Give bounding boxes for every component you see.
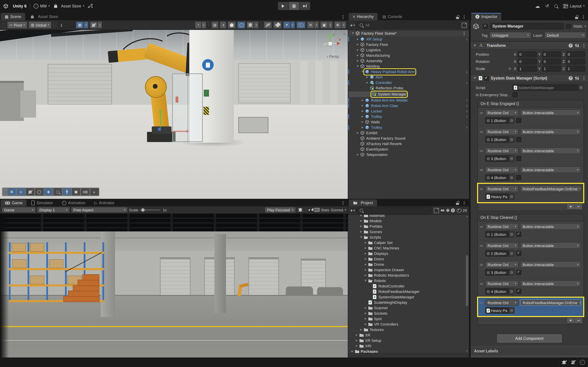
hierarchy-item[interactable]: ▶Walls <box>348 119 469 125</box>
foldout-icon[interactable]: ▶ <box>363 307 368 309</box>
more-icon[interactable]: ⋮ <box>582 43 586 48</box>
component-enabled-checkbox[interactable] <box>484 76 489 81</box>
foldout-icon[interactable]: ▶ <box>359 215 363 217</box>
event-function-dropdown[interactable]: Button.interactable▾ <box>520 261 581 268</box>
event-target-field[interactable]: ◎3 (Button⊙ <box>485 269 515 275</box>
shading-shadedwire-button[interactable]: ◑ <box>220 21 226 29</box>
tab-scene[interactable]: ▦ Scene <box>1 13 25 20</box>
foldout-icon[interactable]: ▶ <box>363 258 368 260</box>
popout-icon[interactable] <box>434 208 439 213</box>
foldout-icon[interactable]: ▶ <box>355 334 359 336</box>
pivot-mode-button[interactable]: ▱ Pivot ▾ <box>7 21 27 29</box>
cloud-icon[interactable]: ☁ <box>535 3 540 9</box>
event-target-field[interactable]: ◎3 (Button⊙ <box>485 155 515 162</box>
hierarchy-item[interactable]: ▶Arm <box>348 75 469 80</box>
add-asset-button[interactable]: +▾ <box>350 208 355 213</box>
lock-icon[interactable] <box>575 15 579 19</box>
hierarchy-item[interactable]: ▶Robot Arm Arc Welder› <box>348 97 469 103</box>
event-mode-dropdown[interactable]: Runtime Onl▾ <box>485 223 519 230</box>
more-icon[interactable]: ⋮ <box>341 201 345 205</box>
foldout-icon[interactable]: ▶ <box>355 339 359 342</box>
help-icon[interactable]: ? <box>569 76 573 80</box>
grid-toggle-button[interactable]: ▦ <box>26 188 34 195</box>
transform-header[interactable]: ▶ Transform ? ⋮ <box>471 42 588 50</box>
invalid-assets-icon[interactable]: ! <box>451 208 455 212</box>
lock-icon[interactable] <box>456 15 459 19</box>
event-mode-dropdown[interactable]: Runtime Onl▾ <box>485 299 519 306</box>
help-icon[interactable]: ? <box>569 43 573 48</box>
event-target-field[interactable]: #Heavy Pa⊙ <box>485 193 515 200</box>
view-camera-button[interactable]: ◔ <box>195 21 201 29</box>
more-icon[interactable]: ⋮ <box>462 15 466 19</box>
hidden-count[interactable]: 28 <box>457 208 467 212</box>
emergency-stop-checkbox[interactable] <box>512 92 518 97</box>
event-target-field[interactable]: ◎4 (Button⊙ <box>485 174 515 181</box>
popout-icon[interactable] <box>462 23 467 28</box>
event-target-field[interactable]: ◎4 (Button⊙ <box>485 288 515 295</box>
debug-draw-dropdown[interactable]: ▾ <box>254 21 259 29</box>
event-row[interactable]: Runtime Onl▾Button.interactable▾◎2 (Butt… <box>478 126 584 145</box>
object-picker-icon[interactable]: ⊙ <box>509 137 514 142</box>
foldout-icon[interactable]: ▶ <box>363 263 368 266</box>
event-function-dropdown[interactable]: Button.interactable▾ <box>520 223 581 230</box>
xb-button[interactable]: XB <box>81 188 89 195</box>
more-icon[interactable]: ⋮ <box>341 15 345 19</box>
project-item[interactable]: #RobotController <box>348 284 469 289</box>
grid-snap-dropdown[interactable]: ▾ <box>84 21 88 29</box>
project-item[interactable]: ▶VR Controllers <box>348 321 469 327</box>
project-item[interactable]: ▶Materials <box>348 215 469 218</box>
gameobject-cube-icon[interactable]: ▾ <box>473 23 479 29</box>
collab-button[interactable] <box>88 4 93 8</box>
aspect-select[interactable]: Free Aspect▾ <box>71 207 128 213</box>
event-function-dropdown[interactable]: Button.interactable▾ <box>520 148 581 154</box>
event-function-dropdown[interactable]: Button.interactable▾ <box>520 280 581 287</box>
foldout-icon[interactable]: ▶ <box>363 317 368 320</box>
remove-event-button[interactable]: − <box>575 318 582 323</box>
expand-chevron-icon[interactable]: › <box>465 98 467 102</box>
filter-by-type-icon[interactable] <box>441 209 445 212</box>
presets-icon[interactable] <box>575 76 579 80</box>
foldout-icon[interactable]: ▶ <box>355 54 360 57</box>
event-row[interactable]: Runtime Onl▾Button.interactable▾◎4 (Butt… <box>478 278 584 297</box>
foldout-icon[interactable]: ▶ <box>363 241 368 244</box>
orientation-button[interactable]: ◍ Global ▾ <box>29 21 52 29</box>
shading-current-button[interactable]: ◯ <box>237 21 245 29</box>
foldout-icon[interactable]: ▶ <box>363 312 368 315</box>
project-item[interactable]: ▶Scanner <box>348 305 469 311</box>
hierarchy-item[interactable]: ▶Controller› <box>348 80 469 85</box>
foldout-icon[interactable]: ▶ <box>356 64 359 68</box>
asset-labels-header[interactable]: Asset Labels <box>471 346 588 355</box>
event-bool-checkbox[interactable] <box>516 232 521 237</box>
event-mode-dropdown[interactable]: Runtime Onl▾ <box>485 128 519 135</box>
project-searchbox[interactable] <box>356 207 432 214</box>
view-camera-dropdown[interactable]: ▾ <box>201 21 206 29</box>
scene-orientation-gizmo[interactable]: y x <box>320 33 340 54</box>
hierarchy-item[interactable]: ▶Assembly <box>348 58 469 64</box>
hierarchy-item[interactable]: XFactory Hall Reverb <box>348 141 469 146</box>
foldout-icon[interactable]: ▶ <box>355 38 360 41</box>
static-checkbox[interactable] <box>566 24 571 29</box>
layout-menu[interactable]: Layout ▾ <box>563 4 585 8</box>
axis-value-field[interactable]: 1 <box>566 66 585 72</box>
filter-by-label-icon[interactable] <box>446 209 450 212</box>
event-mode-dropdown[interactable]: Runtime Onl▾ <box>485 185 519 192</box>
project-item[interactable]: ▶Spot <box>348 316 469 321</box>
gizmos-scene-button[interactable]: ⊕ <box>334 21 341 29</box>
project-item[interactable]: ▶Robots <box>348 278 469 284</box>
project-item[interactable]: ▶Drone <box>348 262 469 267</box>
foldout-icon[interactable]: ▶ <box>363 268 368 271</box>
event-bool-checkbox[interactable] <box>516 156 521 161</box>
axis-value-field[interactable]: 0 <box>518 58 537 64</box>
hierarchy-item[interactable]: ▶Trolley› <box>348 125 469 130</box>
project-item[interactable]: ▶Packages <box>348 349 469 353</box>
axis-value-field[interactable]: 1 <box>542 66 561 72</box>
event-target-field[interactable]: #Heavy Pa⊙ <box>485 307 515 314</box>
hierarchy-item[interactable]: ▶Manufacturing <box>348 53 469 58</box>
game-target-select[interactable]: Game▾ <box>2 207 36 213</box>
display-select[interactable]: Display 1▾ <box>37 207 70 213</box>
foldout-icon[interactable]: ▶ <box>363 247 368 250</box>
expand-chevron-icon[interactable]: › <box>465 80 467 85</box>
axis-value-field[interactable]: 0 <box>518 51 537 57</box>
active-checkbox[interactable] <box>483 24 488 29</box>
zoom-tool-button[interactable] <box>53 188 62 195</box>
